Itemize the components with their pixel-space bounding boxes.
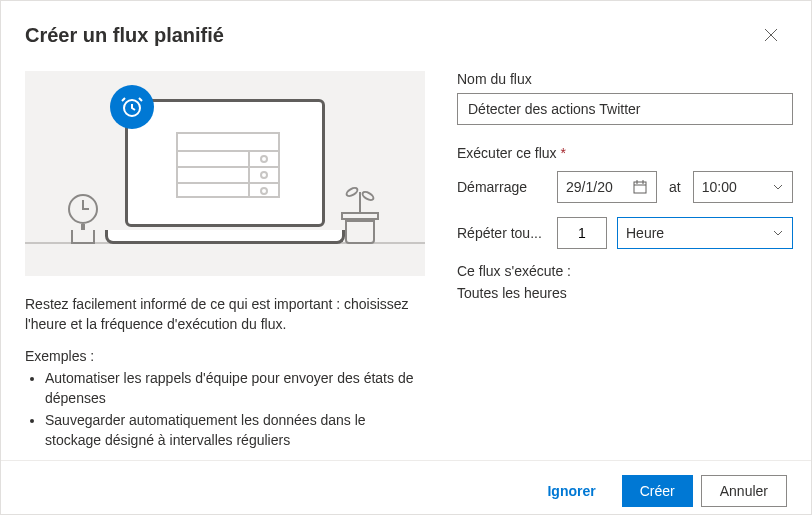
start-time-dropdown[interactable]: 10:00 — [693, 171, 793, 203]
flow-name-label: Nom du flux — [457, 71, 793, 87]
skip-button[interactable]: Ignorer — [529, 475, 613, 507]
cancel-button[interactable]: Annuler — [701, 475, 787, 507]
flow-name-input[interactable] — [457, 93, 793, 125]
summary-value: Toutes les heures — [457, 285, 793, 301]
list-item: Sauvegarder automatiquement les données … — [45, 410, 425, 450]
examples-list: Automatiser les rappels d'équipe pour en… — [25, 368, 425, 450]
start-date-input[interactable]: 29/1/20 — [557, 171, 657, 203]
description-text: Restez facilement informé de ce qui est … — [25, 294, 425, 334]
illustration — [25, 71, 425, 276]
run-section-label: Exécuter ce flux * — [457, 145, 793, 161]
close-button[interactable] — [755, 19, 787, 51]
create-button[interactable]: Créer — [622, 475, 693, 507]
left-panel: Restez facilement informé de ce qui est … — [25, 71, 425, 452]
repeat-unit-dropdown[interactable]: Heure — [617, 217, 793, 249]
summary-label: Ce flux s'exécute : — [457, 263, 793, 279]
repeat-label: Répéter tou... — [457, 225, 547, 241]
start-row: Démarrage 29/1/20 at 10:00 — [457, 171, 793, 203]
chevron-down-icon — [772, 181, 784, 193]
calendar-icon — [632, 179, 648, 195]
dialog-footer: Ignorer Créer Annuler — [1, 460, 811, 515]
svg-rect-1 — [634, 182, 646, 193]
repeat-row: Répéter tou... Heure — [457, 217, 793, 249]
alarm-clock-icon — [110, 85, 154, 129]
start-time-value: 10:00 — [702, 179, 737, 195]
start-date-value: 29/1/20 — [566, 179, 613, 195]
chevron-down-icon — [772, 227, 784, 239]
scheduled-flow-dialog: Créer un flux planifié — [0, 0, 812, 515]
examples-heading: Exemples : — [25, 348, 425, 364]
dialog-title: Créer un flux planifié — [25, 24, 224, 47]
repeat-unit-value: Heure — [626, 225, 664, 241]
at-label: at — [669, 179, 681, 195]
required-asterisk: * — [561, 145, 566, 161]
list-item: Automatiser les rappels d'équipe pour en… — [45, 368, 425, 408]
start-label: Démarrage — [457, 179, 547, 195]
dialog-header: Créer un flux planifié — [1, 1, 811, 59]
close-icon — [764, 28, 778, 42]
dialog-content: Restez facilement informé de ce qui est … — [1, 59, 811, 460]
form-panel: Nom du flux Exécuter ce flux * Démarrage… — [457, 71, 793, 452]
repeat-count-input[interactable] — [557, 217, 607, 249]
